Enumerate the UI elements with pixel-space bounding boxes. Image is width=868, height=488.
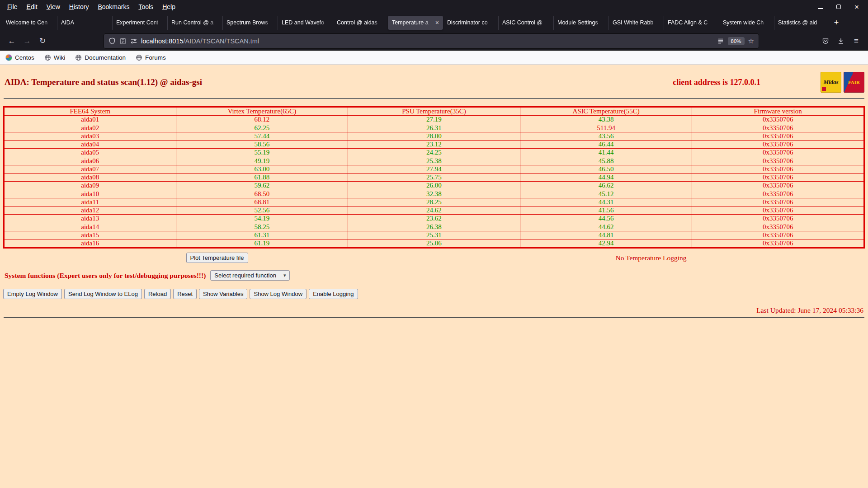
zoom-badge[interactable]: 80% bbox=[728, 37, 745, 45]
table-row-aida15: aida1561.3125.3144.810x3350706 bbox=[4, 231, 864, 239]
new-tab-button[interactable]: + bbox=[829, 16, 844, 29]
table-row-aida03: aida0357.4428.0043.560x3350706 bbox=[4, 132, 864, 140]
logging-status: No Temperature Logging bbox=[615, 254, 686, 262]
cell-psu-temp: 25.75 bbox=[348, 174, 520, 182]
minimize-button[interactable] bbox=[814, 1, 827, 12]
tab-discriminator-co[interactable]: Discriminator co bbox=[443, 16, 498, 30]
cell-firmware-version: 0x3350706 bbox=[692, 132, 864, 140]
menu-tools[interactable]: Tools bbox=[134, 3, 158, 10]
tab-welcome-to-cen[interactable]: Welcome to Cen bbox=[2, 16, 57, 30]
tab-experiment-cont[interactable]: Experiment Cont bbox=[112, 16, 167, 30]
reset-button[interactable]: Reset bbox=[173, 289, 197, 299]
cell-asic-temp: 44.56 bbox=[520, 215, 692, 223]
enable-logging-button[interactable]: Enable Logging bbox=[309, 289, 358, 299]
show-variables-button[interactable]: Show Variables bbox=[199, 289, 247, 299]
system-functions-label: System functions (Expert users only for … bbox=[5, 272, 206, 280]
plot-temperature-button[interactable]: Plot Temperature file bbox=[186, 253, 248, 263]
tab-label: Statistics @ aid bbox=[778, 19, 825, 26]
tab-asic-control[interactable]: ASIC Control @ bbox=[498, 16, 553, 30]
tab-label: Temperature a bbox=[392, 19, 434, 26]
midas-logo-text: Midas bbox=[823, 79, 838, 86]
menu-bookmarks[interactable]: Bookmarks bbox=[93, 3, 134, 10]
bookmark-forums[interactable]: Forums bbox=[136, 54, 166, 61]
back-button[interactable]: ← bbox=[5, 34, 19, 48]
cell-virtex-temp: 49.19 bbox=[176, 157, 348, 165]
cell-firmware-version: 0x3350706 bbox=[692, 124, 864, 132]
reload-button[interactable]: Reload bbox=[144, 289, 171, 299]
bookmark-label: Documentation bbox=[85, 54, 126, 61]
cell-firmware-version: 0x3350706 bbox=[692, 215, 864, 223]
tab-gsi-white-rabb[interactable]: GSI White Rabb bbox=[609, 16, 664, 30]
window-controls: × bbox=[814, 1, 868, 12]
show-log-window-button[interactable]: Show Log Window bbox=[250, 289, 307, 299]
tab-spectrum-brows[interactable]: Spectrum Brows bbox=[222, 16, 278, 30]
cell-fee64-name: aida06 bbox=[4, 157, 176, 165]
reader-view-icon[interactable] bbox=[717, 38, 724, 45]
bookmark-star-icon[interactable]: ☆ bbox=[748, 37, 754, 45]
menu-history[interactable]: History bbox=[65, 3, 94, 10]
tab-label: GSI White Rabb bbox=[613, 19, 660, 26]
tab-label: Spectrum Brows bbox=[226, 19, 274, 26]
menu-items: FileEditViewHistoryBookmarksToolsHelp bbox=[3, 3, 180, 10]
cell-virtex-temp: 55.19 bbox=[176, 149, 348, 157]
tab-temperature-a[interactable]: Temperature a× bbox=[388, 16, 443, 30]
close-button[interactable]: × bbox=[850, 1, 863, 12]
tab-control-aidas[interactable]: Control @ aidas bbox=[333, 16, 388, 30]
bookmark-wiki[interactable]: Wiki bbox=[44, 54, 66, 61]
bookmark-centos[interactable]: Centos bbox=[5, 54, 34, 61]
menu-help[interactable]: Help bbox=[158, 3, 180, 10]
cell-fee64-name: aida16 bbox=[4, 239, 176, 248]
cell-firmware-version: 0x3350706 bbox=[692, 149, 864, 157]
cell-firmware-version: 0x3350706 bbox=[692, 198, 864, 206]
tab-label: Discriminator co bbox=[447, 19, 494, 26]
shield-icon[interactable] bbox=[108, 38, 116, 45]
column-header-psu-temperature-35c: PSU Temperature(35C) bbox=[348, 107, 520, 116]
downloads-icon[interactable] bbox=[834, 34, 848, 48]
midas-logo: Midas bbox=[821, 72, 841, 93]
cell-virtex-temp: 68.50 bbox=[176, 190, 348, 198]
action-buttons: Empty Log WindowSend Log Window to ELogR… bbox=[3, 289, 868, 299]
system-functions-row: System functions (Expert users only for … bbox=[5, 270, 868, 281]
permissions-icon[interactable] bbox=[130, 38, 137, 45]
tab-close-icon[interactable]: × bbox=[435, 19, 439, 26]
tab-fadc-align-c[interactable]: FADC Align & C bbox=[664, 16, 719, 30]
menu-view[interactable]: View bbox=[42, 3, 65, 10]
site-info-icon[interactable] bbox=[119, 38, 127, 45]
menu-edit[interactable]: Edit bbox=[22, 3, 42, 10]
table-row-aida12: aida1252.5624.6241.560x3350706 bbox=[4, 206, 864, 215]
column-header-fee64-system: FEE64 System bbox=[4, 107, 176, 116]
cell-firmware-version: 0x3350706 bbox=[692, 206, 864, 215]
tab-label: LED and Wavefo bbox=[282, 19, 329, 26]
bookmark-documentation[interactable]: Documentation bbox=[75, 54, 126, 61]
forward-button[interactable]: → bbox=[20, 34, 34, 48]
table-row-aida10: aida1068.5032.3845.120x3350706 bbox=[4, 190, 864, 198]
menu-file[interactable]: File bbox=[3, 3, 22, 10]
cell-fee64-name: aida07 bbox=[4, 165, 176, 173]
cell-fee64-name: aida14 bbox=[4, 223, 176, 231]
tab-module-settings[interactable]: Module Settings bbox=[553, 16, 609, 30]
tab-statistics-aid[interactable]: Statistics @ aid bbox=[774, 16, 829, 30]
bookmark-label: Centos bbox=[15, 54, 34, 61]
url-bar[interactable]: localhost:8015/AIDA/TSCAN/TSCAN.tml 80% … bbox=[104, 34, 759, 48]
page-content: AIDA: Temperature and status scan(1.12) … bbox=[0, 65, 868, 488]
reload-button[interactable]: ↻ bbox=[35, 34, 50, 48]
tab-run-control-a[interactable]: Run Control @ a bbox=[167, 16, 222, 30]
tab-system-wide-ch[interactable]: System wide Ch bbox=[719, 16, 774, 30]
cell-virtex-temp: 54.19 bbox=[176, 215, 348, 223]
cell-psu-temp: 27.19 bbox=[348, 116, 520, 124]
cell-virtex-temp: 57.44 bbox=[176, 132, 348, 140]
empty-log-window-button[interactable]: Empty Log Window bbox=[3, 289, 62, 299]
tab-aida[interactable]: AIDA bbox=[57, 16, 112, 30]
pocket-icon[interactable] bbox=[818, 34, 833, 48]
cell-virtex-temp: 61.19 bbox=[176, 239, 348, 248]
menu-hamburger-icon[interactable]: ≡ bbox=[849, 34, 863, 48]
send-log-window-to-elog-button[interactable]: Send Log Window to ELog bbox=[64, 289, 142, 299]
cell-fee64-name: aida03 bbox=[4, 132, 176, 140]
bookmark-label: Forums bbox=[145, 54, 166, 61]
function-select[interactable]: Select required function ▾ bbox=[210, 270, 290, 281]
tab-label: AIDA bbox=[61, 19, 108, 26]
tab-led-and-wavefo[interactable]: LED and Wavefo bbox=[278, 16, 333, 30]
table-row-aida14: aida1458.2526.3844.620x3350706 bbox=[4, 223, 864, 231]
url-text[interactable]: localhost:8015/AIDA/TSCAN/TSCAN.tml bbox=[141, 38, 713, 45]
maximize-button[interactable] bbox=[832, 1, 845, 12]
